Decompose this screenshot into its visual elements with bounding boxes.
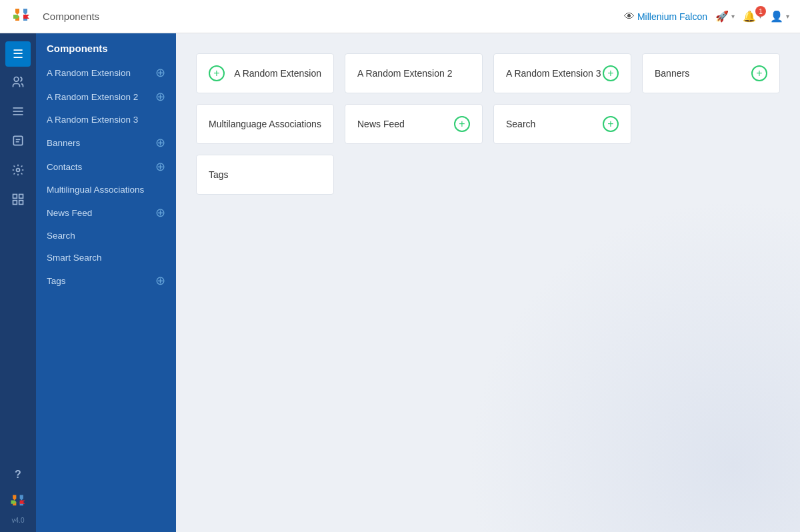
sidebar-item-smart-search[interactable]: Smart Search bbox=[36, 247, 176, 269]
sidebar-icon-modules[interactable] bbox=[5, 188, 31, 213]
bars-icon: ☰ bbox=[13, 47, 23, 61]
add-a-random-extension-icon[interactable]: ⊕ bbox=[155, 67, 165, 79]
grid-icon bbox=[11, 193, 25, 209]
svg-rect-4 bbox=[13, 136, 22, 145]
components-icon bbox=[11, 163, 25, 180]
user-circle-icon: 👤 bbox=[770, 10, 783, 23]
chevron-down-icon: ▾ bbox=[786, 13, 789, 20]
sidebar-bottom: ? v4.0 bbox=[5, 462, 31, 532]
main-content: + A Random Extension A Random Extension … bbox=[176, 33, 800, 532]
user-name: Millenium Falcon bbox=[637, 11, 707, 22]
add-banners-icon[interactable]: ⊕ bbox=[155, 137, 165, 149]
svg-point-7 bbox=[17, 168, 20, 171]
users-icon bbox=[11, 75, 25, 92]
card-a-random-extension-3[interactable]: A Random Extension 3 + bbox=[493, 53, 631, 93]
add-card-icon[interactable]: + bbox=[603, 116, 619, 132]
chevron-down-icon: ▾ bbox=[731, 13, 735, 20]
joomla-logo[interactable] bbox=[11, 6, 32, 27]
add-card-icon[interactable]: + bbox=[751, 65, 767, 81]
sidebar-icon-help[interactable]: ? bbox=[5, 462, 31, 487]
card-label: News Feed bbox=[357, 119, 405, 129]
frontend-preview-button[interactable]: 👁 Millenium Falcon bbox=[624, 11, 707, 23]
add-tags-icon[interactable]: ⊕ bbox=[155, 275, 165, 287]
sidebar-item-contacts[interactable]: Contacts ⊕ bbox=[36, 155, 176, 179]
content-icon bbox=[11, 134, 25, 151]
card-label: A Random Extension bbox=[234, 68, 321, 79]
nav-sidebar: Components A Random Extension ⊕ A Random… bbox=[36, 33, 176, 532]
sidebar-icon-content[interactable] bbox=[5, 129, 31, 155]
sidebar-icon-users[interactable] bbox=[5, 71, 31, 96]
card-search[interactable]: Search + bbox=[493, 104, 631, 144]
card-a-random-extension[interactable]: + A Random Extension bbox=[196, 53, 334, 93]
card-banners[interactable]: Banners + bbox=[642, 53, 780, 93]
rocket-icon: 🚀 bbox=[715, 10, 729, 23]
sidebar-item-tags[interactable]: Tags ⊕ bbox=[36, 269, 176, 293]
add-contacts-icon[interactable]: ⊕ bbox=[155, 161, 165, 173]
add-a-random-extension-2-icon[interactable]: ⊕ bbox=[155, 91, 165, 103]
card-label: Tags bbox=[209, 169, 229, 180]
help-icon: ? bbox=[15, 469, 21, 481]
sidebar-item-news-feed[interactable]: News Feed ⊕ bbox=[36, 201, 176, 225]
joomla-small-logo bbox=[9, 493, 27, 511]
card-label: Multilanguage Associations bbox=[209, 119, 321, 129]
card-multilanguage-associations[interactable]: Multilanguage Associations bbox=[196, 104, 334, 144]
svg-rect-11 bbox=[19, 200, 23, 204]
card-label: A Random Extension 2 bbox=[357, 68, 452, 79]
card-tags[interactable]: Tags bbox=[196, 155, 334, 195]
notification-badge: 1 bbox=[755, 6, 766, 17]
sidebar-item-a-random-extension-2[interactable]: A Random Extension 2 ⊕ bbox=[36, 85, 176, 109]
cards-grid: + A Random Extension A Random Extension … bbox=[196, 53, 780, 195]
page-title: Components bbox=[43, 11, 624, 22]
version-label: v4.0 bbox=[12, 517, 25, 524]
body-wrap: ☰ bbox=[0, 33, 800, 532]
sidebar-item-a-random-extension-3[interactable]: A Random Extension 3 bbox=[36, 109, 176, 131]
sidebar-item-banners[interactable]: Banners ⊕ bbox=[36, 131, 176, 155]
topbar: Components 👁 Millenium Falcon 🚀 ▾ 🔔 1 ▾ … bbox=[0, 0, 800, 33]
svg-rect-10 bbox=[13, 200, 17, 204]
topbar-actions: 👁 Millenium Falcon 🚀 ▾ 🔔 1 ▾ 👤 ▾ bbox=[624, 10, 789, 23]
sidebar-icon-menus[interactable] bbox=[5, 100, 31, 125]
notifications-button[interactable]: 🔔 1 ▾ bbox=[743, 10, 762, 23]
card-label: A Random Extension 3 bbox=[506, 68, 601, 79]
extensions-button[interactable]: 🚀 ▾ bbox=[715, 10, 735, 23]
svg-rect-8 bbox=[13, 194, 17, 198]
nav-sidebar-header: Components bbox=[36, 33, 176, 61]
card-news-feed[interactable]: News Feed + bbox=[345, 104, 483, 144]
card-label: Banners bbox=[655, 68, 689, 79]
add-card-icon[interactable]: + bbox=[454, 116, 470, 132]
sidebar-item-a-random-extension[interactable]: A Random Extension ⊕ bbox=[36, 61, 176, 85]
eye-icon: 👁 bbox=[624, 11, 635, 23]
svg-point-0 bbox=[14, 77, 19, 81]
add-card-icon[interactable]: + bbox=[603, 65, 619, 81]
add-card-icon[interactable]: + bbox=[209, 65, 225, 81]
svg-rect-9 bbox=[19, 194, 23, 198]
sidebar-icon-toggle[interactable]: ☰ bbox=[5, 41, 31, 67]
menu-icon bbox=[11, 105, 25, 121]
sidebar-item-search[interactable]: Search bbox=[36, 225, 176, 247]
icon-sidebar: ☰ bbox=[0, 33, 36, 532]
add-news-feed-icon[interactable]: ⊕ bbox=[155, 207, 165, 219]
user-account-button[interactable]: 👤 ▾ bbox=[770, 10, 789, 23]
bell-icon: 🔔 bbox=[743, 10, 756, 23]
sidebar-item-multilingual-associations[interactable]: Multilingual Associations bbox=[36, 179, 176, 201]
card-label: Search bbox=[506, 119, 535, 129]
card-a-random-extension-2[interactable]: A Random Extension 2 bbox=[345, 53, 483, 93]
sidebar-icon-components[interactable] bbox=[5, 159, 31, 184]
